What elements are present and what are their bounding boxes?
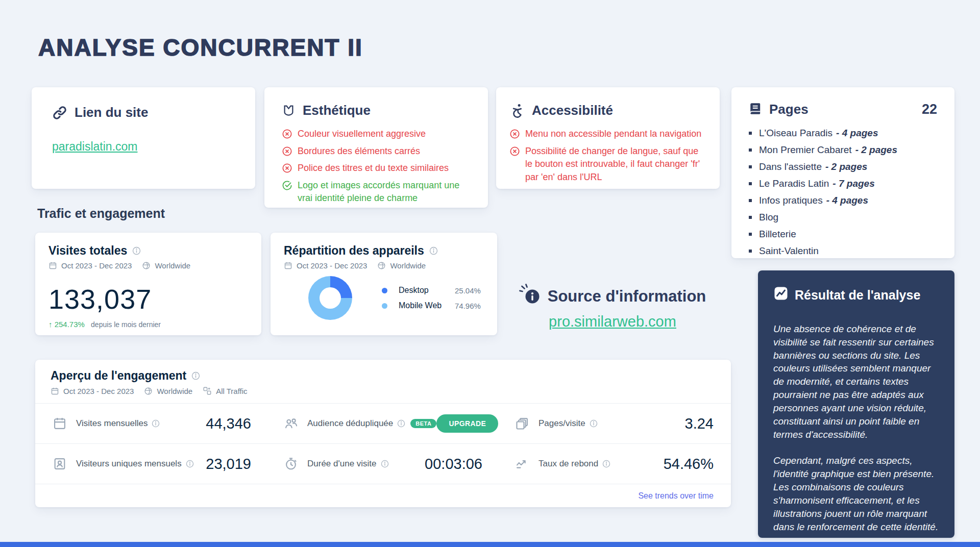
check-item-text: Logo et images accordés marquant une vra… bbox=[298, 179, 471, 205]
total-visits-change-caption: depuis le mois dernier bbox=[91, 320, 161, 329]
upgrade-button[interactable]: UPGRADE bbox=[436, 414, 498, 433]
info-icon[interactable] bbox=[590, 419, 598, 428]
site-link-card-title: Lien du site bbox=[75, 105, 148, 120]
page-detail: - 2 pages bbox=[825, 161, 867, 172]
bullet-icon bbox=[749, 216, 752, 219]
devices-title: Répartition des appareils bbox=[284, 244, 424, 258]
metrics-row: Visites mensuelles 44,346 Audience dédup… bbox=[35, 404, 731, 444]
analysis-result-title: Résultat de l'analyse bbox=[795, 288, 920, 303]
page-list-item: Infos pratiques- 4 pages bbox=[749, 195, 937, 206]
total-visits-date-range: Oct 2023 - Dec 2023 bbox=[61, 261, 132, 270]
fail-circle-icon bbox=[282, 129, 292, 139]
source-title: Source d'information bbox=[548, 287, 706, 306]
page-detail: - 4 pages bbox=[826, 195, 868, 206]
page-detail: - 2 pages bbox=[855, 144, 897, 156]
see-trends-link[interactable]: See trends over time bbox=[638, 491, 714, 501]
page-name: Infos pratiques bbox=[759, 195, 823, 206]
bullet-icon bbox=[749, 199, 752, 202]
bullet-icon bbox=[749, 182, 752, 185]
devices-legend: Desktop 25.04% Mobile Web 74.96% bbox=[382, 286, 481, 310]
metric-deduplicated-audience: Audience dédupliquée BETA UPGRADE bbox=[284, 414, 482, 433]
site-link[interactable]: paradislatin.com bbox=[52, 140, 137, 154]
globe-icon bbox=[377, 261, 386, 270]
total-visits-title: Visites totales bbox=[48, 244, 127, 258]
analysis-result-text: Une absence de cohérence et de visibilit… bbox=[773, 322, 939, 533]
fail-circle-icon bbox=[509, 146, 520, 157]
bounce-arrow-icon bbox=[515, 457, 529, 471]
page-name: L'Oiseau Paradis bbox=[759, 128, 832, 139]
page-list-item: Dans l'assiette- 2 pages bbox=[749, 161, 937, 172]
metric-pages-per-visit: Pages/visite 3.24 bbox=[515, 415, 714, 432]
info-icon[interactable] bbox=[397, 419, 405, 428]
pages-list: L'Oiseau Paradis- 4 pages Mon Premier Ca… bbox=[749, 128, 937, 257]
traffic-section-heading: Trafic et engagement bbox=[37, 206, 165, 221]
info-alert-icon bbox=[519, 284, 543, 309]
metric-value: 3.24 bbox=[685, 415, 714, 432]
stopwatch-icon bbox=[284, 457, 298, 471]
metric-label: Audience dédupliquée bbox=[307, 418, 393, 429]
book-icon bbox=[749, 102, 762, 117]
legend-item: Mobile Web 74.96% bbox=[382, 301, 481, 310]
analysis-paragraph: Une absence de cohérence et de visibilit… bbox=[773, 322, 939, 441]
info-icon[interactable] bbox=[186, 460, 194, 468]
page-list-item: Blog bbox=[749, 212, 937, 223]
pages-card-title: Pages bbox=[769, 102, 808, 117]
engagement-region: Worldwide bbox=[157, 387, 192, 395]
legend-dot bbox=[382, 303, 387, 309]
chart-icon bbox=[773, 286, 789, 304]
check-item: Menu non accessible pendant la navigatio… bbox=[509, 128, 706, 141]
check-item-text: Menu non accessible pendant la navigatio… bbox=[525, 128, 701, 141]
pages-card-header: Pages 22 bbox=[749, 102, 937, 117]
metrics-row: Visiteurs uniques mensuels 23,019 Durée … bbox=[35, 444, 731, 484]
engagement-overview-widget: Aperçu de l'engagement Oct 2023 - Dec 20… bbox=[35, 360, 731, 507]
bullet-icon bbox=[749, 165, 752, 168]
check-item: Bordures des éléments carrés bbox=[282, 145, 471, 158]
calendar-icon bbox=[51, 387, 59, 395]
check-item: Police des titres et du texte similaires bbox=[282, 162, 471, 175]
total-visits-widget: Visites totales Oct 2023 - Dec 2023 Worl… bbox=[35, 233, 261, 335]
info-icon[interactable] bbox=[191, 371, 200, 380]
info-icon[interactable] bbox=[381, 460, 389, 468]
devices-region: Worldwide bbox=[390, 261, 426, 270]
info-icon[interactable] bbox=[152, 419, 160, 428]
metric-label: Durée d'une visite bbox=[307, 459, 377, 469]
calendar-icon bbox=[48, 261, 57, 270]
legend-item: Desktop 25.04% bbox=[382, 286, 481, 295]
traffic-channels-icon bbox=[203, 386, 212, 395]
metric-value: 44,346 bbox=[206, 415, 251, 432]
info-icon[interactable] bbox=[132, 246, 141, 255]
pages-count: 22 bbox=[922, 102, 937, 117]
globe-icon bbox=[142, 261, 151, 270]
page-list-item: L'Oiseau Paradis- 4 pages bbox=[749, 128, 937, 139]
beta-badge: BETA bbox=[410, 419, 436, 428]
bottom-accent-bar bbox=[0, 542, 980, 547]
check-item-text: Possibilité de changer de langue, sauf q… bbox=[525, 145, 706, 184]
metric-monthly-visits: Visites mensuelles 44,346 bbox=[53, 415, 251, 432]
stacked-pages-icon bbox=[515, 416, 529, 431]
page-list-item: Saint-Valentin bbox=[749, 245, 937, 257]
page-detail: - 7 pages bbox=[832, 178, 874, 189]
page-list-item: Le Paradis Latin- 7 pages bbox=[749, 178, 937, 189]
page-name: Le Paradis Latin bbox=[759, 178, 829, 189]
accessibilite-card: Accessibilité Menu non accessible pendan… bbox=[496, 87, 720, 189]
engagement-header: Aperçu de l'engagement Oct 2023 - Dec 20… bbox=[35, 360, 731, 404]
page-title: ANALYSE CONCURRENT II bbox=[38, 34, 363, 61]
bullet-icon bbox=[749, 233, 752, 236]
total-visits-change: ↑ 254.73% bbox=[48, 320, 85, 329]
info-icon[interactable] bbox=[602, 460, 610, 468]
check-item-text: Couleur visuellement aggresive bbox=[298, 128, 426, 141]
calendar-icon bbox=[284, 261, 292, 270]
total-visits-region: Worldwide bbox=[155, 261, 190, 270]
calendar-icon bbox=[53, 416, 67, 431]
metric-label: Visiteurs uniques mensuels bbox=[76, 459, 182, 469]
analysis-result-card: Résultat de l'analyse Une absence de coh… bbox=[758, 270, 954, 538]
info-icon[interactable] bbox=[429, 246, 438, 255]
metric-value: 54.46% bbox=[664, 456, 714, 473]
engagement-date-range: Oct 2023 - Dec 2023 bbox=[63, 387, 134, 395]
pages-card: Pages 22 L'Oiseau Paradis- 4 pages Mon P… bbox=[731, 87, 954, 258]
esthetique-card: Esthétique Couleur visuellement aggresiv… bbox=[264, 87, 488, 208]
check-item-text: Bordures des éléments carrés bbox=[298, 145, 420, 158]
source-link[interactable]: pro.similarweb.com bbox=[549, 313, 676, 330]
devices-date-range: Oct 2023 - Dec 2023 bbox=[297, 261, 367, 270]
devices-donut-chart bbox=[308, 276, 352, 320]
